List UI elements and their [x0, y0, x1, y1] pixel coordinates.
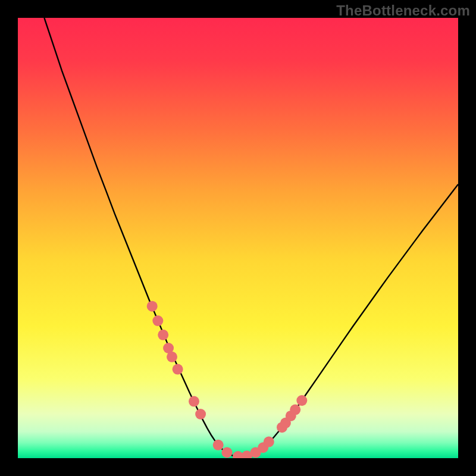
marker	[222, 447, 233, 458]
marker	[173, 364, 183, 375]
marker	[290, 405, 300, 415]
marker	[264, 437, 274, 447]
marker	[195, 409, 206, 419]
gradient-rect	[18, 18, 458, 458]
chart-frame: TheBottleneck.com	[0, 0, 476, 476]
marker	[158, 330, 168, 340]
watermark-text: TheBottleneck.com	[336, 2, 470, 19]
marker	[147, 301, 158, 312]
plot-area	[18, 18, 458, 458]
marker	[296, 395, 307, 406]
marker	[213, 440, 224, 450]
marker	[167, 352, 177, 362]
marker	[189, 396, 199, 407]
marker	[152, 315, 163, 326]
plot-svg	[18, 18, 458, 458]
